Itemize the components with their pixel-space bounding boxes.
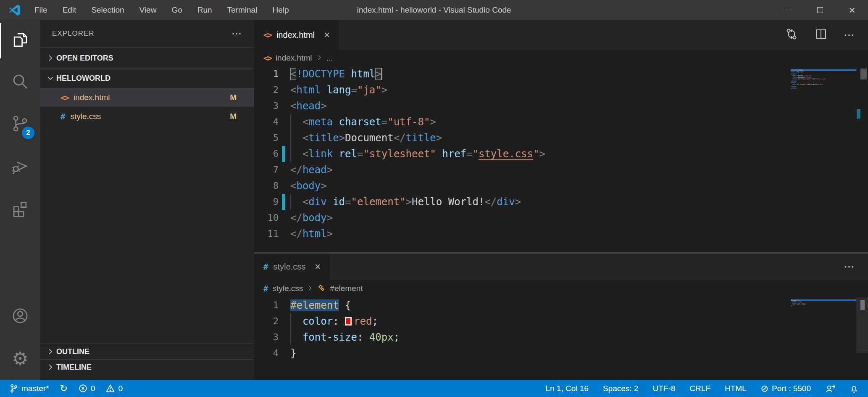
status-notifications[interactable] bbox=[850, 384, 859, 393]
code-text: <meta charset="utf-8"> bbox=[290, 114, 436, 130]
line-number: 10 bbox=[254, 210, 279, 226]
status-problems-warnings[interactable]: 0 bbox=[106, 384, 123, 393]
editor-area: <> index.html × bbox=[254, 20, 868, 380]
chevron-right-icon bbox=[316, 53, 322, 63]
status-bar: master*↻00 Ln 1, Col 16Spaces: 2UTF-8CRL… bbox=[0, 380, 868, 397]
breadcrumb-item-file[interactable]: style.css bbox=[272, 284, 303, 293]
gutter-modified-indicator bbox=[282, 345, 285, 361]
code-line-9[interactable]: 9 <div id="element">Hello World!</div> bbox=[254, 194, 868, 210]
more-actions-icon[interactable]: ⋯ bbox=[844, 29, 855, 42]
status-label: 0 bbox=[91, 384, 95, 393]
file-row-index-html[interactable]: <>index.htmlM bbox=[40, 88, 254, 107]
sidebar-item-source-control[interactable]: 2 bbox=[0, 104, 40, 146]
chevron-right-icon bbox=[45, 55, 56, 61]
menu-item-selection[interactable]: Selection bbox=[85, 4, 130, 16]
code-line-1[interactable]: 1#element { bbox=[254, 297, 868, 313]
sidebar-item-extensions[interactable] bbox=[0, 188, 40, 230]
status-cursor-position[interactable]: Ln 1, Col 16 bbox=[545, 384, 588, 393]
menu-item-run[interactable]: Run bbox=[192, 4, 218, 16]
circle-slash-icon: ⊘ bbox=[761, 384, 768, 393]
menu-bar: FileEditSelectionViewGoRunTerminalHelp bbox=[29, 4, 295, 16]
open-changes-icon[interactable] bbox=[785, 27, 798, 42]
gutter-modified-indicator bbox=[282, 114, 285, 130]
code-line-1[interactable]: 1<!DOCTYPE html> bbox=[254, 66, 868, 82]
editor-actions: ⋯ bbox=[844, 254, 868, 280]
accounts-button[interactable] bbox=[0, 296, 40, 338]
status-live-server-port[interactable]: ⊘Port : 5500 bbox=[761, 384, 811, 393]
line-number: 4 bbox=[254, 345, 279, 361]
status-encoding[interactable]: UTF-8 bbox=[652, 384, 675, 393]
sidebar-item-run-and-debug[interactable] bbox=[0, 146, 40, 188]
code-line-10[interactable]: 10</body> bbox=[254, 210, 868, 226]
explorer-more-actions-icon[interactable]: ⋯ bbox=[231, 28, 242, 40]
code-line-5[interactable]: 5 <title>Document</title> bbox=[254, 130, 868, 146]
code-line-7[interactable]: 7</head> bbox=[254, 162, 868, 178]
status-sync[interactable]: ↻ bbox=[60, 384, 67, 393]
menu-item-edit[interactable]: Edit bbox=[57, 4, 82, 16]
code-line-6[interactable]: 6 <link rel="stylesheet" href="style.css… bbox=[254, 146, 868, 162]
close-icon[interactable]: × bbox=[324, 29, 330, 41]
line-number: 8 bbox=[254, 178, 279, 194]
tab-index-html[interactable]: <> index.html × bbox=[254, 20, 339, 50]
chevron-right-icon bbox=[45, 364, 56, 371]
breadcrumb-item-symbol[interactable]: ... bbox=[326, 53, 333, 63]
code-text: <html lang="ja"> bbox=[290, 82, 387, 98]
overview-ruler-modified-mark bbox=[857, 109, 860, 119]
section-outline[interactable]: OUTLINE bbox=[40, 344, 254, 359]
code-text: font-size: 40px; bbox=[290, 329, 400, 345]
debug-icon bbox=[11, 156, 30, 177]
status-problems-errors[interactable]: 0 bbox=[79, 384, 95, 393]
editor-actions: ⋯ bbox=[785, 20, 868, 50]
sidebar-item-explorer[interactable] bbox=[0, 20, 40, 62]
code-editor-index-html[interactable]: <!DOCTYPE html><html lang="ja"><head> <m… bbox=[254, 66, 868, 252]
status-indentation[interactable]: Spaces: 2 bbox=[603, 384, 639, 393]
minimap[interactable]: #element { color: red; font-size: 40px;} bbox=[791, 299, 856, 307]
code-text: </html> bbox=[290, 226, 333, 242]
breadcrumb-item-file[interactable]: index.html bbox=[276, 53, 312, 63]
code-line-4[interactable]: 4} bbox=[254, 345, 868, 361]
code-line-2[interactable]: 2 color: red; bbox=[254, 313, 868, 329]
menu-item-file[interactable]: File bbox=[29, 4, 53, 16]
code-text: </body> bbox=[290, 210, 333, 226]
menu-item-help[interactable]: Help bbox=[266, 4, 295, 16]
line-number: 4 bbox=[254, 114, 279, 130]
scrollbar-thumb[interactable] bbox=[860, 69, 867, 79]
git-branch-icon bbox=[9, 384, 18, 393]
status-eol[interactable]: CRLF bbox=[689, 384, 710, 393]
file-row-style-css[interactable]: #style.cssM bbox=[40, 107, 254, 126]
status-git-branch[interactable]: master* bbox=[9, 384, 49, 393]
menu-item-terminal[interactable]: Terminal bbox=[221, 4, 263, 16]
css-file-icon: # bbox=[60, 112, 65, 121]
maximize-button[interactable] bbox=[804, 0, 836, 20]
code-line-4[interactable]: 4 <meta charset="utf-8"> bbox=[254, 114, 868, 130]
minimap[interactable]: <!DOCTYPE html><html lang="ja"><head> <m… bbox=[791, 69, 856, 89]
code-line-11[interactable]: 11</html> bbox=[254, 226, 868, 242]
section-open-editors[interactable]: OPEN EDITORS bbox=[40, 48, 254, 69]
code-line-3[interactable]: 3<head> bbox=[254, 98, 868, 114]
code-line-2[interactable]: 2<html lang="ja"> bbox=[254, 82, 868, 98]
scrollbar-thumb[interactable] bbox=[860, 300, 865, 310]
split-editor-icon[interactable] bbox=[814, 27, 828, 42]
menu-item-go[interactable]: Go bbox=[166, 4, 188, 16]
close-button[interactable]: × bbox=[836, 0, 868, 20]
status-language-mode[interactable]: HTML bbox=[725, 384, 747, 393]
menu-item-view[interactable]: View bbox=[134, 4, 163, 16]
more-actions-icon[interactable]: ⋯ bbox=[844, 260, 855, 273]
status-label: HTML bbox=[725, 384, 747, 393]
code-line-3[interactable]: 3 font-size: 40px; bbox=[254, 329, 868, 345]
css-file-icon: # bbox=[263, 284, 268, 293]
color-swatch-red[interactable] bbox=[345, 317, 352, 326]
sidebar-item-search[interactable] bbox=[0, 62, 40, 104]
code-editor-style-css[interactable]: #element { color: red; font-size: 40px;}… bbox=[254, 297, 868, 380]
code-line-8[interactable]: 8<body> bbox=[254, 178, 868, 194]
editor-group-bottom: # style.css × ⋯ # style.css bbox=[254, 252, 868, 380]
section-folder-helloworld[interactable]: HELLOWORLD bbox=[40, 69, 254, 88]
tab-style-css[interactable]: # style.css × bbox=[254, 254, 330, 280]
minimize-button[interactable] bbox=[772, 0, 804, 20]
settings-button[interactable]: ⚙ bbox=[0, 338, 40, 380]
status-feedback[interactable] bbox=[825, 384, 835, 393]
section-timeline[interactable]: TIMELINE bbox=[40, 359, 254, 375]
status-label: master* bbox=[21, 384, 49, 393]
breadcrumb-item-symbol[interactable]: #element bbox=[330, 284, 363, 293]
close-icon[interactable]: × bbox=[315, 261, 321, 273]
